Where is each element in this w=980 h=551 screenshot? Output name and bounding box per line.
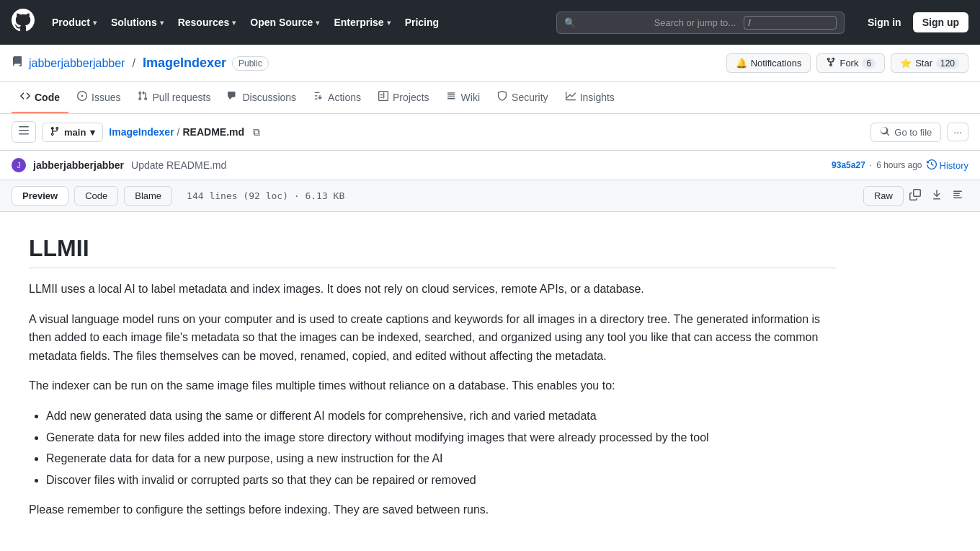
tab-discussions[interactable]: Discussions <box>219 82 305 113</box>
breadcrumb: ImageIndexer / README.md <box>109 126 244 138</box>
fork-icon <box>826 57 836 69</box>
breadcrumb-separator: / <box>177 126 180 138</box>
current-branch: main <box>64 127 86 138</box>
nav-resources[interactable]: Resources ▾ <box>172 12 242 32</box>
toggle-word-wrap-button[interactable] <box>948 186 968 206</box>
tab-code-label: Code <box>35 92 60 103</box>
tab-actions-label: Actions <box>328 92 361 103</box>
commit-separator: · <box>870 160 872 170</box>
copy-path-button[interactable]: ⧉ <box>250 123 263 141</box>
breadcrumb-root-link[interactable]: ImageIndexer <box>109 126 174 138</box>
star-button[interactable]: ⭐ Star 120 <box>891 53 968 73</box>
sign-up-button[interactable]: Sign up <box>913 12 968 32</box>
tab-security-label: Security <box>512 92 548 103</box>
fork-count: 6 <box>862 58 876 69</box>
tab-insights-label: Insights <box>580 92 615 103</box>
readme-list: Add new generated data using the same or… <box>29 407 836 489</box>
list-item: Discover files with invalid or corrupted… <box>46 471 836 490</box>
tab-wiki-label: Wiki <box>461 92 480 103</box>
tab-projects[interactable]: Projects <box>370 82 438 113</box>
readme-title: LLMII <box>29 235 836 268</box>
go-to-file-label: Go to file <box>894 127 932 138</box>
star-count: 120 <box>936 58 959 69</box>
discussions-icon <box>228 91 238 103</box>
list-item: Add new generated data using the same or… <box>46 407 836 426</box>
fork-button[interactable]: Fork 6 <box>816 53 885 73</box>
file-size-info: 144 lines (92 loc) · 6.13 KB <box>187 190 344 201</box>
file-action-icons: Raw <box>863 186 968 206</box>
commit-author-link[interactable]: jabberjabberjabber <box>33 159 124 171</box>
sign-in-button[interactable]: Sign in <box>862 12 907 32</box>
history-label: History <box>940 160 968 171</box>
wiki-icon <box>447 91 457 103</box>
tab-discussions-label: Discussions <box>242 92 296 103</box>
tab-pr-label: Pull requests <box>152 92 210 103</box>
repo-name-link[interactable]: ImageIndexer <box>143 56 226 71</box>
enterprise-chevron-icon: ▾ <box>387 19 391 27</box>
search-shortcut: / <box>744 16 837 30</box>
download-button[interactable] <box>927 186 947 206</box>
raw-button[interactable]: Raw <box>863 186 904 206</box>
more-options-button[interactable]: ··· <box>947 123 968 141</box>
tab-issues-label: Issues <box>92 92 120 103</box>
nav-open-source[interactable]: Open Source ▾ <box>244 12 325 32</box>
readme-paragraph-3: The indexer can be run on the same image… <box>29 376 836 395</box>
copy-file-button[interactable] <box>905 186 925 206</box>
solutions-chevron-icon: ▾ <box>160 19 164 27</box>
commit-metadata: 93a5a27 · 6 hours ago History <box>832 159 968 172</box>
actions-icon <box>313 91 324 103</box>
branch-chevron-icon: ▾ <box>90 127 95 138</box>
go-to-file-button[interactable]: Go to file <box>870 123 941 142</box>
github-logo[interactable] <box>12 9 35 36</box>
fork-label: Fork <box>839 58 858 69</box>
readme-paragraph-2: A visual language model runs on your com… <box>29 310 836 366</box>
readme-content: LLMII LLMII uses a local AI to label met… <box>0 212 865 551</box>
tab-issues[interactable]: Issues <box>68 82 129 113</box>
pull-request-icon <box>138 91 148 103</box>
top-nav: Product ▾ Solutions ▾ Resources ▾ Open S… <box>0 0 980 45</box>
commit-time: 6 hours ago <box>876 160 922 170</box>
nav-solutions[interactable]: Solutions ▾ <box>105 12 169 32</box>
tab-security[interactable]: Security <box>489 82 557 113</box>
tab-actions[interactable]: Actions <box>305 82 370 113</box>
avatar: J <box>12 158 26 172</box>
list-item: Generate data for new files added into t… <box>46 428 836 447</box>
nav-pricing[interactable]: Pricing <box>399 12 445 32</box>
readme-paragraph-1: LLMII uses a local AI to label metadata … <box>29 280 836 299</box>
preview-button[interactable]: Preview <box>12 186 68 206</box>
breadcrumb-current-file: README.md <box>183 126 245 138</box>
code-icon <box>20 91 30 103</box>
go-to-file-search-icon <box>880 126 890 138</box>
nav-enterprise[interactable]: Enterprise ▾ <box>328 12 396 32</box>
insights-icon <box>566 91 576 103</box>
star-icon: ⭐ <box>900 58 912 69</box>
file-actions-bar: Preview Code Blame 144 lines (92 loc) · … <box>0 180 980 212</box>
auth-buttons: Sign in Sign up <box>862 12 968 32</box>
security-icon <box>497 91 507 103</box>
product-chevron-icon: ▾ <box>93 19 97 27</box>
tab-code[interactable]: Code <box>12 82 68 113</box>
star-label: Star <box>915 58 932 69</box>
file-header: main ▾ ImageIndexer / README.md ⧉ Go to … <box>0 114 980 151</box>
nav-product[interactable]: Product ▾ <box>46 12 102 32</box>
tab-wiki[interactable]: Wiki <box>438 82 489 113</box>
repo-owner-link[interactable]: jabberjabberjabber <box>29 57 125 70</box>
blame-button[interactable]: Blame <box>124 186 172 206</box>
repo-action-buttons: 🔔 Notifications Fork 6 ⭐ Star 120 <box>726 53 968 73</box>
commit-info-bar: J jabberjabberjabber Update README.md 93… <box>0 151 980 180</box>
tab-pull-requests[interactable]: Pull requests <box>129 82 219 113</box>
issues-icon <box>77 91 87 103</box>
branch-selector[interactable]: main ▾ <box>42 123 103 142</box>
file-header-right: Go to file ··· <box>870 123 968 142</box>
repo-type-icon <box>12 56 23 71</box>
search-icon: 🔍 <box>564 17 649 28</box>
search-bar[interactable]: 🔍 Search or jump to... / <box>556 12 845 34</box>
commit-hash-link[interactable]: 93a5a27 <box>832 160 865 170</box>
notifications-button[interactable]: 🔔 Notifications <box>726 53 811 73</box>
history-button[interactable]: History <box>927 159 968 172</box>
tab-insights[interactable]: Insights <box>557 82 623 113</box>
code-view-button[interactable]: Code <box>74 186 118 206</box>
sidebar-toggle-button[interactable] <box>12 121 36 143</box>
branch-icon <box>50 126 60 138</box>
search-placeholder: Search or jump to... <box>654 17 739 28</box>
